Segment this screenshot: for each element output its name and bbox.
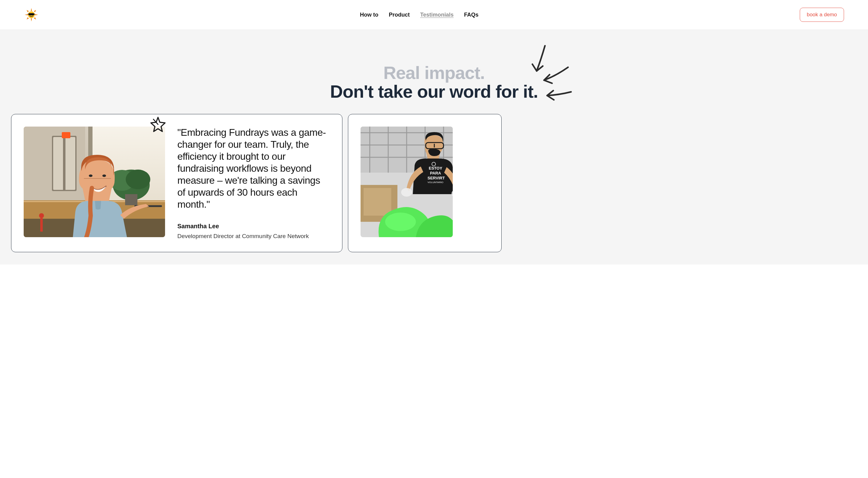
svg-marker-9 [27,10,29,12]
svg-point-54 [401,188,412,197]
svg-text:PARA: PARA [430,171,441,176]
svg-point-26 [126,169,150,189]
testimonial-photo [24,127,165,237]
book-demo-button[interactable]: book a demo [800,8,844,22]
testimonials-carousel: "Embracing Fundrays was a game-changer f… [0,111,868,264]
nav-link-product[interactable]: Product [389,12,410,18]
svg-rect-30 [40,218,43,232]
brand-logo[interactable] [24,7,39,22]
svg-marker-4 [35,14,38,15]
svg-marker-3 [34,10,36,12]
testimonial-author-name: Samantha Lee [177,223,330,230]
svg-marker-6 [31,19,32,22]
svg-rect-17 [63,136,65,191]
svg-point-46 [385,213,416,231]
testimonial-photo: ESTOY PARA SERVIRT VOLUNTARIO [361,127,453,237]
svg-point-29 [39,213,44,218]
testimonial-author-title: Development Director at Community Care N… [177,233,330,240]
svg-point-32 [89,174,93,177]
testimonial-quote: "Embracing Fundrays was a game-changer f… [177,127,330,211]
svg-rect-12 [28,14,35,14]
svg-text:SERVIRT: SERVIRT [428,176,445,180]
svg-marker-5 [34,17,36,20]
nav-link-testimonials[interactable]: Testimonials [420,12,454,18]
top-nav: How to Product Testimonials FAQs book a … [0,0,868,30]
svg-marker-8 [25,14,28,15]
nav-link-faqs[interactable]: FAQs [464,12,478,18]
svg-marker-7 [27,17,29,20]
testimonial-card: ESTOY PARA SERVIRT VOLUNTARIO [348,114,502,252]
svg-point-33 [102,174,106,177]
testimonial-content: "Embracing Fundrays was a game-changer f… [177,127,330,240]
svg-rect-27 [125,194,137,205]
svg-rect-18 [62,132,70,138]
svg-rect-45 [364,188,391,216]
svg-text:ESTOY: ESTOY [429,166,442,170]
hero-line-1: Real impact. [330,62,538,83]
svg-text:VOLUNTARIO: VOLUNTARIO [428,181,443,184]
hero-line-2: Don't take our word for it. [330,81,538,102]
svg-marker-1 [31,8,32,11]
testimonial-card: "Embracing Fundrays was a game-changer f… [11,114,342,252]
nav-links: How to Product Testimonials FAQs [360,12,478,18]
testimonial-content [465,127,489,240]
nav-link-howto[interactable]: How to [360,12,378,18]
testimonials-hero: Real impact. Don't take our word for it. [0,30,868,111]
svg-rect-31 [84,178,111,179]
